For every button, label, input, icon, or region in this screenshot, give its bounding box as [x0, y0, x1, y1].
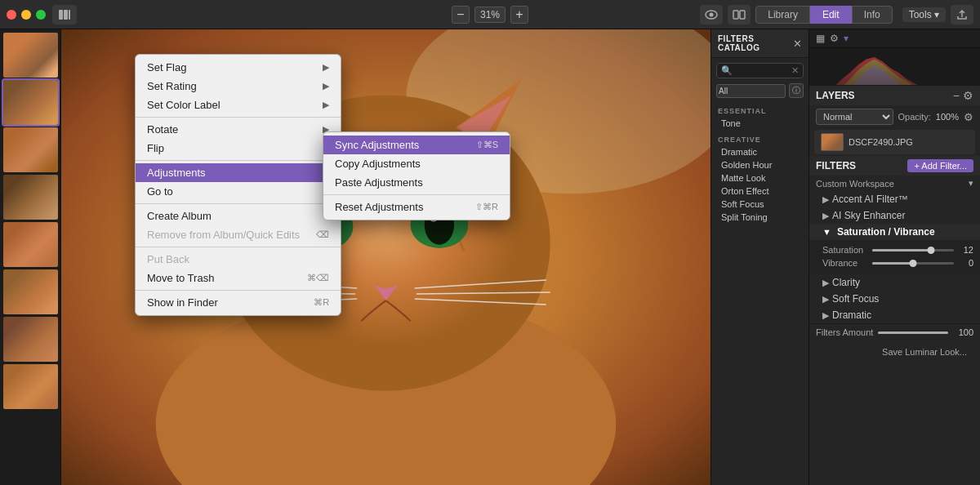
- histogram-icon[interactable]: ▦: [816, 33, 825, 44]
- eye-icon[interactable]: [700, 5, 723, 24]
- filters-catalog-close[interactable]: ✕: [793, 38, 802, 50]
- menu-set-rating[interactable]: Set Rating ▶: [136, 77, 341, 96]
- right-panel: ▦ ⚙ ▾: [808, 29, 980, 485]
- histogram: ▦ ⚙ ▾: [809, 29, 980, 85]
- menu-adjustments-label: Adjustments: [147, 167, 206, 179]
- minimize-button[interactable]: [21, 10, 31, 20]
- zoom-level: 31%: [474, 7, 506, 23]
- filter-soft-focus[interactable]: Soft Focus: [718, 198, 802, 211]
- filter-clarity[interactable]: ▶ Clarity: [809, 274, 980, 291]
- filter-accent-ai[interactable]: ▶ Accent AI Filter™: [809, 191, 980, 207]
- saturation-thumb: [928, 247, 935, 254]
- filter-matte-look[interactable]: Matte Look: [718, 171, 802, 185]
- tab-info[interactable]: Info: [852, 6, 893, 24]
- submenu-paste[interactable]: Paste Adjustments: [323, 173, 510, 192]
- menu-create-album[interactable]: Create Album: [136, 207, 341, 225]
- submenu-sync-label: Sync Adjustments: [335, 139, 419, 151]
- thumbnail-5[interactable]: [3, 222, 58, 267]
- thumbnail-3[interactable]: [3, 127, 58, 172]
- vibrance-slider[interactable]: [872, 262, 954, 265]
- thumbnail-8[interactable]: [3, 364, 58, 409]
- layers-settings-icon[interactable]: ⚙: [963, 89, 973, 102]
- settings-icon[interactable]: ⚙: [830, 33, 839, 44]
- filter-orton-effect[interactable]: Orton Effect: [718, 185, 802, 198]
- submenu-copy[interactable]: Copy Adjustments: [323, 154, 510, 173]
- menu-move-trash[interactable]: Move to Trash ⌘⌫: [136, 269, 341, 287]
- library-icon[interactable]: [52, 5, 77, 24]
- layer-mode-dropdown[interactable]: Normal: [816, 109, 893, 125]
- zoom-in-button[interactable]: +: [510, 6, 528, 24]
- close-button[interactable]: [7, 10, 16, 20]
- menu-flip[interactable]: Flip ▶: [136, 139, 341, 158]
- svg-rect-1: [64, 10, 68, 20]
- filter-clarity-label: Clarity: [832, 277, 973, 288]
- layer-settings-icon[interactable]: ⚙: [964, 111, 973, 123]
- menu-arrow: ▶: [323, 100, 329, 110]
- vibrance-value: 0: [959, 258, 973, 268]
- menu-sep-5: [136, 290, 341, 291]
- filter-dramatic[interactable]: ▶ Dramatic: [809, 307, 980, 323]
- tab-library[interactable]: Library: [755, 6, 810, 24]
- menu-shortcut: ⌘⌫: [307, 273, 329, 283]
- filter-accent-ai-label: Accent AI Filter™: [832, 194, 973, 205]
- workspace-label: Custom Workspace: [816, 179, 969, 189]
- tab-edit[interactable]: Edit: [810, 6, 852, 24]
- fullscreen-button[interactable]: [36, 10, 46, 20]
- zoom-out-button[interactable]: −: [452, 6, 470, 24]
- filter-split-toning[interactable]: Split Toning: [718, 211, 802, 224]
- svg-rect-5: [733, 11, 738, 19]
- menu-set-color-label[interactable]: Set Color Label ▶: [136, 96, 341, 114]
- thumbnail-4[interactable]: [3, 175, 58, 220]
- layers-minus-icon[interactable]: −: [953, 89, 960, 102]
- layer-controls: Normal Opacity: 100% ⚙: [809, 105, 980, 128]
- save-luminar-button[interactable]: Save Luminar Look...: [816, 344, 973, 360]
- color-icon[interactable]: ▾: [844, 33, 849, 44]
- saturation-slider[interactable]: [872, 249, 954, 251]
- search-clear-icon[interactable]: ✕: [791, 65, 799, 76]
- menu-rotate[interactable]: Rotate ▶: [136, 120, 341, 139]
- submenu-sync[interactable]: Sync Adjustments ⇧⌘S: [323, 136, 510, 154]
- submenu-sep: [323, 194, 510, 195]
- menu-show-finder-label: Show in Finder: [147, 296, 218, 309]
- compare-icon[interactable]: [728, 5, 751, 24]
- main-menu-panel: Set Flag ▶ Set Rating ▶ Set Color Label …: [135, 54, 341, 316]
- saturation-value: 12: [959, 245, 973, 255]
- filter-golden-hour[interactable]: Golden Hour: [718, 158, 802, 171]
- add-filter-button[interactable]: + Add Filter...: [907, 159, 973, 172]
- opacity-label: Opacity:: [898, 112, 931, 122]
- tools-menu[interactable]: Tools ▾: [902, 7, 946, 22]
- menu-set-rating-label: Set Rating: [147, 80, 197, 92]
- menu-adjustments[interactable]: Adjustments ▶: [136, 163, 341, 182]
- workspace-dropdown-icon[interactable]: ▾: [969, 178, 973, 189]
- submenu-reset[interactable]: Reset Adjustments ⇧⌘R: [323, 198, 510, 216]
- menu-shortcut: ⌘R: [314, 297, 329, 308]
- menu-go-to[interactable]: Go to ▶: [136, 182, 341, 201]
- svg-rect-2: [69, 10, 70, 20]
- filter-soft-focus[interactable]: ▶ Soft Focus: [809, 291, 980, 307]
- filter-tone[interactable]: Tone: [718, 117, 802, 130]
- filter-ai-sky[interactable]: ▶ AI Sky Enhancer: [809, 207, 980, 224]
- filter-arrow-icon: ▶: [822, 194, 829, 205]
- layer-file-item[interactable]: DSCF2490.JPG: [814, 130, 975, 154]
- view-tabs: Library Edit Info: [755, 6, 892, 24]
- filters-amount-slider[interactable]: [878, 331, 948, 334]
- thumbnail-2[interactable]: [3, 80, 58, 125]
- filter-dropdown[interactable]: All: [716, 84, 786, 98]
- share-icon[interactable]: [951, 5, 973, 24]
- search-input[interactable]: [736, 66, 791, 76]
- menu-show-finder[interactable]: Show in Finder ⌘R: [136, 293, 341, 312]
- menu-set-flag[interactable]: Set Flag ▶: [136, 58, 341, 77]
- filter-saturation-header[interactable]: ▼ Saturation / Vibrance: [809, 224, 980, 240]
- creative-label: CREATIVE: [718, 133, 802, 145]
- submenu-copy-label: Copy Adjustments: [335, 158, 421, 170]
- filters-catalog-header: FILTERS CATALOG ✕: [711, 29, 808, 58]
- center-image-area[interactable]: Set Flag ▶ Set Rating ▶ Set Color Label …: [61, 29, 710, 485]
- filter-arrow-icon: ▶: [822, 211, 829, 221]
- thumbnail-1[interactable]: [3, 33, 58, 78]
- thumbnail-6[interactable]: [3, 269, 58, 314]
- menu-create-album-label: Create Album: [147, 210, 212, 222]
- filter-info-button[interactable]: ⓘ: [789, 83, 804, 98]
- filter-dramatic[interactable]: Dramatic: [718, 145, 802, 158]
- thumbnail-7[interactable]: [3, 317, 58, 362]
- menu-rotate-label: Rotate: [147, 123, 178, 136]
